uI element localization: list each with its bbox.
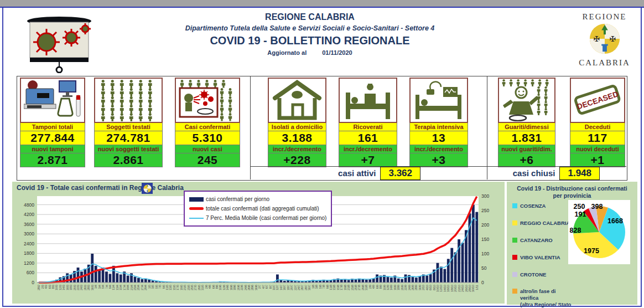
card-label: Isolati a domicilio bbox=[268, 123, 326, 131]
svg-text:16/6: 16/6 bbox=[230, 285, 233, 290]
window-top-strip bbox=[0, 0, 644, 7]
svg-text:4/9: 4/9 bbox=[372, 285, 375, 289]
pie-title: Covid 19 - Distribuzione casi confermati… bbox=[507, 185, 637, 199]
svg-text:18/9: 18/9 bbox=[397, 285, 400, 290]
stat-card-casi-confermati: Casi confermati5.310nuovi casi245 bbox=[175, 78, 240, 167]
daily-cases-chart-panel: Covid 19 - Totale casi confermati in Reg… bbox=[12, 182, 505, 304]
active-cases-value: 3.362 bbox=[380, 167, 420, 180]
chart-title: Covid 19 - Totale casi confermati in Reg… bbox=[17, 184, 184, 192]
legend-label: altro/in fase di verifica (altra Regione… bbox=[520, 288, 572, 308]
svg-text:16/7: 16/7 bbox=[283, 285, 286, 290]
svg-text:12/10: 12/10 bbox=[439, 285, 443, 292]
svg-text:26/6: 26/6 bbox=[247, 285, 251, 290]
svg-text:10/3: 10/3 bbox=[55, 285, 58, 290]
svg-text:1800: 1800 bbox=[24, 250, 34, 256]
stat-card-terapia-intensiva: Terapia intensiva13incr./decremento+3 bbox=[409, 78, 468, 167]
legend-label: totale casi confermati (dati aggregati c… bbox=[206, 206, 319, 212]
deceased-stamp-icon: DECEASED bbox=[570, 78, 625, 123]
province-pie-chart[interactable]: 1668 1975 828 191 250 398 bbox=[568, 200, 630, 264]
svg-text:14/3: 14/3 bbox=[62, 285, 65, 290]
svg-text:9/5: 9/5 bbox=[162, 285, 165, 289]
card-value: 1.831 bbox=[498, 131, 555, 145]
svg-text:17/5: 17/5 bbox=[176, 285, 179, 290]
svg-text:50: 50 bbox=[481, 265, 487, 271]
card-sub-label: incr./decremento bbox=[409, 145, 468, 153]
legend-swatch-catanzaro bbox=[512, 238, 517, 243]
svg-text:14/9: 14/9 bbox=[389, 285, 393, 290]
svg-text:25/4: 25/4 bbox=[137, 285, 140, 290]
svg-text:21/8: 21/8 bbox=[347, 285, 350, 290]
header-text-block: REGIONE CALABRIA Dipartimento Tutela del… bbox=[133, 12, 487, 56]
table-divider bbox=[250, 76, 251, 179]
card-value: 3.188 bbox=[268, 131, 326, 145]
home-isolation-icon bbox=[268, 78, 326, 123]
svg-text:13/8: 13/8 bbox=[333, 285, 336, 290]
svg-text:20/9: 20/9 bbox=[401, 285, 404, 290]
stat-card-isolati-a-domicilio: Isolati a domicilio3.188incr./decremento… bbox=[268, 78, 326, 167]
card-sub-label: nuovi guariti/dim. bbox=[498, 145, 555, 153]
legend-label: CATANZARO bbox=[520, 237, 553, 244]
pie-label-vibo: 191 bbox=[575, 211, 586, 218]
pie-label-catanzaro: 828 bbox=[570, 227, 581, 234]
svg-text:30/9: 30/9 bbox=[418, 285, 422, 290]
logo-text-top: REGIONE bbox=[573, 12, 636, 22]
svg-text:0: 0 bbox=[32, 280, 34, 285]
stat-card-ricoverati: Ricoverati161incr./decremento+7 bbox=[339, 78, 397, 167]
svg-text:19/4: 19/4 bbox=[126, 285, 129, 290]
svg-text:19/5: 19/5 bbox=[180, 285, 183, 290]
svg-text:2/7: 2/7 bbox=[258, 285, 261, 289]
pie-label-reggio: 1975 bbox=[584, 247, 599, 255]
svg-text:29/8: 29/8 bbox=[361, 285, 365, 290]
svg-text:27/4: 27/4 bbox=[141, 285, 144, 290]
svg-text:6/9: 6/9 bbox=[376, 285, 379, 289]
svg-text:0: 0 bbox=[481, 280, 484, 285]
svg-text:600: 600 bbox=[27, 270, 34, 275]
svg-text:26/7: 26/7 bbox=[300, 285, 304, 290]
svg-text:28/6: 28/6 bbox=[251, 285, 254, 290]
card-sub-label: nuovi deceduti bbox=[570, 145, 625, 153]
legend-label: casi confermati per giorno bbox=[206, 196, 269, 202]
svg-text:24/3: 24/3 bbox=[80, 285, 83, 290]
svg-text:200: 200 bbox=[481, 222, 489, 228]
svg-text:300: 300 bbox=[481, 194, 489, 199]
svg-text:1/4: 1/4 bbox=[94, 285, 97, 289]
svg-text:30/7: 30/7 bbox=[308, 285, 311, 290]
svg-text:9/4: 9/4 bbox=[108, 285, 112, 289]
pie-legend: COSENZA REGGIO CALABRIA CATANZARO VIBO V… bbox=[512, 203, 572, 308]
svg-text:20/10: 20/10 bbox=[454, 285, 457, 292]
svg-text:30/6: 30/6 bbox=[255, 285, 258, 290]
svg-text:8/6: 8/6 bbox=[215, 285, 219, 289]
svg-text:22/3: 22/3 bbox=[76, 285, 80, 290]
svg-text:22/6: 22/6 bbox=[240, 285, 243, 290]
svg-text:24/7: 24/7 bbox=[297, 285, 300, 290]
card-value: 277.844 bbox=[20, 131, 85, 145]
svg-text:1/5: 1/5 bbox=[148, 285, 151, 289]
regione-calabria-logo: REGIONE ✠ ✠ CALABRIA bbox=[573, 12, 636, 68]
stat-card-guariti-dimessi: Guariti/dimessi1.831nuovi guariti/dim.+6 bbox=[498, 78, 555, 167]
svg-text:4/6: 4/6 bbox=[208, 285, 211, 289]
svg-text:15/4: 15/4 bbox=[119, 285, 122, 290]
card-label: Terapia intensiva bbox=[409, 123, 468, 131]
card-sub-label: incr./decremento bbox=[268, 145, 326, 153]
svg-text:28/9: 28/9 bbox=[414, 285, 418, 290]
svg-text:21/4: 21/4 bbox=[130, 285, 133, 290]
svg-text:2/6: 2/6 bbox=[205, 285, 208, 289]
svg-text:8/7: 8/7 bbox=[269, 285, 272, 289]
svg-text:3000: 3000 bbox=[24, 231, 34, 237]
svg-text:29/5: 29/5 bbox=[198, 285, 201, 290]
svg-text:19/8: 19/8 bbox=[344, 285, 347, 290]
svg-text:17/4: 17/4 bbox=[123, 285, 126, 290]
stat-card-soggetti-testati: Soggetti testati274.781nuovi soggetti te… bbox=[94, 78, 163, 167]
svg-text:18/7: 18/7 bbox=[287, 285, 290, 290]
hospital-bed-icon bbox=[339, 78, 397, 123]
svg-text:8/9: 8/9 bbox=[379, 285, 382, 289]
legend-swatch-vibo bbox=[512, 255, 517, 260]
legend-swatch-total-line bbox=[189, 207, 204, 210]
svg-text:7/5: 7/5 bbox=[158, 285, 162, 289]
chart-legend: casi confermati per giorno totale casi c… bbox=[184, 191, 332, 227]
updated-label: Aggiornato al bbox=[267, 49, 307, 56]
svg-text:18/3: 18/3 bbox=[69, 285, 72, 290]
svg-text:14/10: 14/10 bbox=[443, 285, 446, 292]
card-label: Casi confermati bbox=[175, 123, 240, 131]
pie-label-cosenza: 1668 bbox=[607, 217, 623, 225]
